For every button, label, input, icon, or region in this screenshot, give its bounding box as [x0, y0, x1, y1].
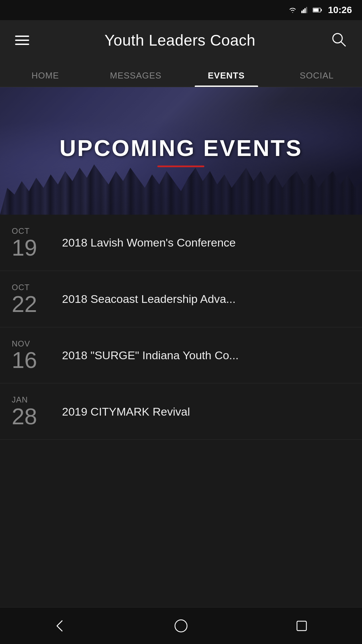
event-item-3[interactable]: JAN 28 2019 CITYMARK Revival [0, 383, 362, 440]
recents-button[interactable] [290, 614, 313, 638]
svg-rect-6 [313, 9, 319, 12]
event-day-0: 19 [12, 236, 49, 259]
svg-rect-1 [303, 9, 304, 13]
svg-point-7 [333, 34, 342, 43]
event-date-0: OCT 19 [12, 226, 49, 259]
event-date-3: JAN 28 [12, 395, 49, 428]
svg-point-9 [175, 620, 187, 632]
search-button[interactable] [327, 28, 350, 52]
wifi-icon [288, 7, 297, 13]
event-day-3: 28 [12, 405, 49, 428]
tab-home[interactable]: HOME [0, 65, 90, 87]
event-name-3: 2019 CITYMARK Revival [62, 404, 350, 419]
svg-rect-5 [321, 9, 322, 11]
event-item-2[interactable]: NOV 16 2018 "SURGE" Indiana Youth Co... [0, 327, 362, 384]
bottom-navigation [0, 607, 362, 644]
battery-icon [313, 7, 322, 13]
home-circle-icon [173, 618, 189, 634]
svg-line-8 [341, 42, 346, 46]
event-name-2: 2018 "SURGE" Indiana Youth Co... [62, 348, 350, 363]
hero-text-container: UPCOMING EVENTS [60, 135, 303, 167]
hero-title: UPCOMING EVENTS [60, 135, 303, 161]
svg-rect-3 [306, 7, 307, 13]
menu-line-1 [15, 36, 29, 37]
status-icons: 10:26 [288, 5, 352, 15]
tab-messages[interactable]: MESSAGES [90, 65, 181, 87]
svg-rect-2 [305, 8, 306, 13]
app-title: Youth Leaders Coach [105, 31, 255, 49]
back-icon [52, 618, 68, 634]
hero-underline [158, 166, 204, 167]
hero-banner: UPCOMING EVENTS [0, 87, 362, 215]
event-day-2: 16 [12, 348, 49, 371]
signal-icon [301, 7, 309, 13]
home-button[interactable] [169, 614, 193, 638]
menu-line-3 [15, 44, 29, 45]
status-time: 10:26 [328, 5, 352, 15]
menu-button[interactable] [12, 32, 33, 48]
recents-icon [294, 618, 310, 634]
app-header: Youth Leaders Coach [0, 20, 362, 60]
event-item-0[interactable]: OCT 19 2018 Lavish Women's Conference [0, 215, 362, 271]
event-date-1: OCT 22 [12, 283, 49, 315]
status-bar: 10:26 [0, 0, 362, 20]
menu-line-2 [15, 40, 29, 41]
event-name-0: 2018 Lavish Women's Conference [62, 235, 350, 250]
svg-rect-10 [297, 621, 306, 631]
events-list: OCT 19 2018 Lavish Women's Conference OC… [0, 215, 362, 607]
event-day-1: 22 [12, 292, 49, 315]
event-name-1: 2018 Seacoast Leadership Adva... [62, 291, 350, 306]
svg-rect-0 [301, 11, 303, 13]
event-item-1[interactable]: OCT 22 2018 Seacoast Leadership Adva... [0, 271, 362, 327]
tab-events[interactable]: EVENTS [181, 65, 272, 87]
search-icon [331, 32, 347, 48]
tab-social[interactable]: SOCIAL [272, 65, 362, 87]
event-date-2: NOV 16 [12, 339, 49, 372]
nav-tabs: HOME MESSAGES EVENTS SOCIAL [0, 60, 362, 87]
back-button[interactable] [49, 614, 72, 638]
